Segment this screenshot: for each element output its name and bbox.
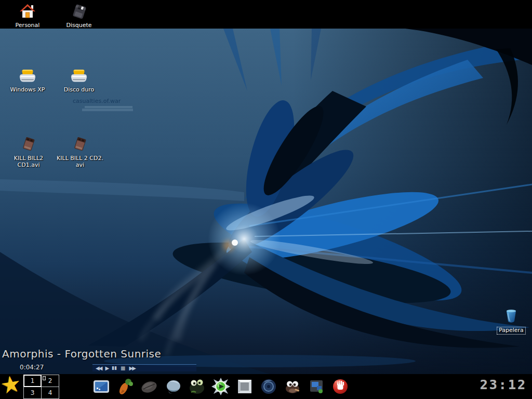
clam-icon — [163, 377, 183, 396]
icon-label: Disquete — [66, 22, 91, 29]
carrot-icon — [115, 377, 135, 396]
trash-icon — [502, 307, 521, 325]
icon-label: Papelera — [497, 327, 526, 335]
desktop-screen: Personal Disquete — [0, 0, 532, 399]
icon-label: Personal — [16, 22, 40, 29]
taskbar-panel: ★ 1 2 3 4 — [0, 374, 532, 399]
pager-number: 3 — [31, 389, 35, 396]
launcher-row — [89, 375, 352, 398]
pager-desktop-4[interactable]: 4 — [41, 387, 59, 399]
launcher-gimp[interactable] — [281, 375, 304, 398]
stop-hand-icon — [330, 377, 350, 396]
terminal-icon — [91, 377, 111, 396]
launcher-frog[interactable] — [185, 375, 209, 398]
hard-drive-icon — [70, 66, 88, 85]
shell-icon — [139, 377, 159, 396]
frame-icon — [235, 377, 255, 396]
disc-icon — [259, 377, 278, 396]
launcher-clam[interactable] — [161, 375, 185, 398]
desktop-icon-windows-xp[interactable]: Windows XP — [7, 66, 48, 94]
launcher-screens[interactable] — [304, 375, 328, 398]
icon-label: KILL BILL 2 CD2. avi — [57, 155, 103, 168]
now-playing-title: Amorphis - Forgotten Sunrise — [2, 348, 161, 360]
pager-number: 4 — [48, 389, 52, 396]
desktop-icon-disquete[interactable]: Disquete — [58, 2, 100, 29]
icon-label: Windows XP — [10, 87, 45, 94]
frog-icon — [187, 377, 207, 396]
pause-button[interactable]: ▮▮ — [112, 366, 117, 370]
floppy-icon — [70, 2, 88, 21]
launcher-shell[interactable] — [137, 375, 161, 398]
gear-icon — [211, 377, 231, 396]
icon-label: Disco duro — [64, 87, 95, 94]
launcher-terminal[interactable] — [89, 375, 113, 398]
pager-desktop-1[interactable]: 1 — [23, 375, 42, 387]
menu-star-icon[interactable]: ★ — [0, 369, 23, 399]
gimp-icon — [283, 377, 302, 396]
pager-window-marker — [43, 376, 46, 380]
pager-desktop-3[interactable]: 3 — [23, 387, 42, 399]
desktop-icon-papelera[interactable]: Papelera — [490, 307, 532, 335]
ghost-icon-label: casualties.of.war — [73, 98, 121, 104]
forward-button[interactable]: ▶▶ — [129, 366, 135, 371]
screens-icon — [307, 377, 326, 396]
desktop-icon-kill-bill-cd2[interactable]: KILL BILL 2 CD2. avi — [54, 135, 106, 168]
desktop-icon-kill-bill-cd1[interactable]: KILL BILL2 CD1.avi — [3, 135, 55, 168]
video-file-icon — [19, 135, 38, 154]
launcher-disc[interactable] — [257, 375, 281, 398]
home-icon — [18, 2, 37, 21]
ghost-label-remnant — [85, 106, 132, 108]
pager-number: 1 — [31, 377, 35, 384]
playback-control-bar: ◀◀ ▶ ▮▮ ■ ▶▶ — [92, 364, 196, 371]
playback-elapsed-time: 0:04:27 — [20, 364, 44, 371]
rewind-button[interactable]: ◀◀ — [96, 366, 101, 371]
video-file-icon — [71, 135, 89, 154]
launcher-stop-hand[interactable] — [328, 375, 352, 398]
pager-number: 2 — [48, 377, 52, 384]
ghost-label-remnant — [82, 109, 133, 111]
launcher-gear[interactable] — [209, 375, 233, 398]
pager-desktop-2[interactable]: 2 — [41, 375, 59, 387]
launcher-frame[interactable] — [233, 375, 257, 398]
desktop-icon-personal[interactable]: Personal — [7, 2, 48, 29]
desktop-icon-disco-duro[interactable]: Disco duro — [58, 66, 100, 94]
panel-clock[interactable]: 23:12 — [480, 377, 527, 392]
desktop-pager: 1 2 3 4 — [24, 375, 59, 399]
icon-label: KILL BILL2 CD1.avi — [3, 155, 55, 168]
launcher-carrot[interactable] — [113, 375, 137, 398]
hard-drive-icon — [18, 66, 37, 85]
stop-button[interactable]: ■ — [121, 366, 125, 371]
play-button[interactable]: ▶ — [105, 366, 108, 371]
